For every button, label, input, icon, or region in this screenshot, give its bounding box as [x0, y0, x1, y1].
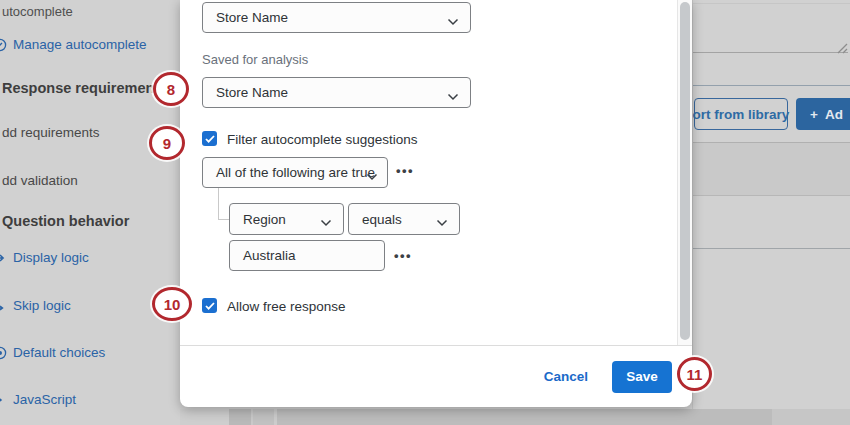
backdrop-toolbar-band	[180, 409, 850, 425]
condition-connector-line	[218, 219, 229, 220]
saved-for-analysis-dropdown[interactable]: Store Name	[202, 77, 471, 108]
sidebar-item-label: Display logic	[13, 250, 89, 265]
pencil-circle-icon	[0, 38, 7, 52]
cancel-button[interactable]: Cancel	[544, 369, 588, 384]
modal-scrollbar-thumb[interactable]	[680, 2, 690, 340]
backdrop-section-divider	[693, 85, 850, 86]
sidebar-item-label: JavaScript	[13, 392, 76, 407]
annotation-step-11: 11	[677, 357, 712, 391]
condition-group-menu-icon[interactable]: •••	[396, 163, 414, 178]
condition-mode-dropdown[interactable]: All of the following are true	[202, 157, 388, 188]
target-circle-icon	[0, 346, 7, 360]
check-icon	[205, 302, 215, 310]
dropdown-value: Store Name	[216, 85, 288, 100]
import-from-library-button[interactable]: ort from library	[694, 98, 788, 130]
input-value: Australia	[243, 248, 296, 263]
check-icon	[205, 135, 215, 143]
autocomplete-list-dropdown[interactable]: Store Name	[202, 2, 471, 33]
dropdown-value: Region	[243, 212, 286, 227]
annotation-step-9: 9	[149, 126, 185, 160]
sidebar-item-manage-autocomplete[interactable]: Manage autocomplete	[13, 37, 147, 52]
chevron-down-icon	[320, 215, 332, 230]
chevron-down-icon	[447, 89, 459, 104]
backdrop-line	[693, 248, 850, 249]
dropdown-value: All of the following are true	[216, 165, 375, 180]
resize-grip-icon	[835, 40, 848, 52]
dropdown-value: equals	[362, 212, 402, 227]
annotation-step-8: 8	[153, 72, 189, 106]
allow-free-response-label: Allow free response	[227, 299, 346, 314]
saved-for-analysis-label: Saved for analysis	[202, 52, 308, 67]
skip-arrow-icon	[0, 298, 7, 312]
annotation-step-10: 10	[152, 287, 192, 321]
sidebar-cut-label: utocomplete	[2, 4, 73, 19]
add-button-label: Ad	[825, 107, 843, 122]
chevron-right-icon	[0, 393, 7, 407]
allow-free-response-checkbox[interactable]	[202, 298, 217, 313]
sidebar-item-add-requirements[interactable]: dd requirements	[2, 125, 100, 140]
backdrop-line	[693, 195, 850, 196]
sidebar-item-label: Manage autocomplete	[13, 37, 147, 52]
dropdown-value: Store Name	[216, 10, 288, 25]
condition-connector-line	[218, 188, 219, 219]
sidebar-item-display-logic[interactable]: Display logic	[13, 250, 89, 265]
filter-suggestions-label: Filter autocomplete suggestions	[227, 132, 418, 147]
chevron-down-icon	[447, 14, 459, 29]
sidebar-heading-question-behavior: Question behavior	[2, 213, 129, 229]
backdrop-line	[693, 3, 850, 4]
sidebar-item-label: Default choices	[13, 345, 105, 360]
sidebar-item-skip-logic[interactable]: Skip logic	[13, 298, 71, 313]
modal-footer: Cancel Save	[180, 345, 692, 407]
sidebar-heading-response-requirements: Response requirements	[2, 80, 167, 96]
add-button[interactable]: + Ad	[796, 98, 850, 130]
sidebar-item-add-validation[interactable]: dd validation	[2, 173, 78, 188]
condition-row-menu-icon[interactable]: •••	[394, 248, 412, 263]
autocomplete-settings-modal: Store Name Saved for analysis Store Name…	[180, 0, 692, 407]
chevron-down-icon	[366, 169, 378, 184]
branch-arrow-icon	[0, 251, 7, 265]
condition-operator-dropdown[interactable]: equals	[348, 203, 460, 235]
backdrop-textarea-border	[693, 52, 848, 53]
import-from-library-label: ort from library	[693, 107, 790, 122]
sidebar-item-label: Skip logic	[13, 298, 71, 313]
sidebar-item-default-choices[interactable]: Default choices	[13, 345, 105, 360]
condition-field-dropdown[interactable]: Region	[229, 203, 344, 235]
modal-scrollbar[interactable]	[677, 0, 692, 345]
save-button[interactable]: Save	[612, 361, 672, 393]
backdrop-row	[693, 143, 850, 195]
screen: utocomplete Manage autocomplete Response…	[0, 0, 850, 425]
condition-value-input[interactable]: Australia	[229, 240, 385, 271]
plus-icon: +	[810, 107, 818, 122]
chevron-down-icon	[436, 215, 448, 230]
filter-suggestions-checkbox[interactable]	[202, 131, 217, 146]
sidebar-item-javascript[interactable]: JavaScript	[13, 392, 76, 407]
